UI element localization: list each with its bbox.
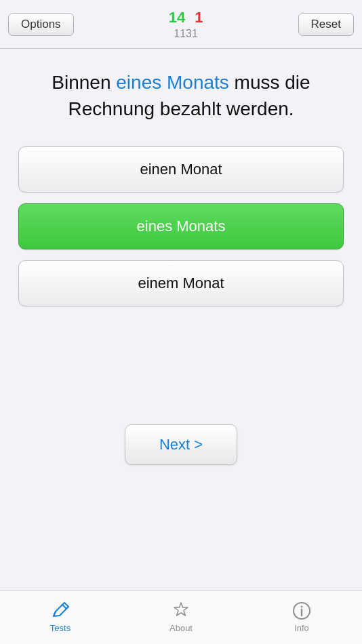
tab-tests-label: Tests	[50, 623, 71, 633]
counts: 14 1	[169, 9, 203, 26]
question-text-before: Binnen	[52, 72, 116, 93]
tab-about[interactable]: About	[121, 590, 241, 644]
next-button[interactable]: Next >	[125, 424, 237, 465]
question-text: Binnen eines Monats muss die Rechnung be…	[14, 69, 348, 122]
info-icon	[292, 601, 311, 620]
header: Options 14 1 1131 Reset	[0, 0, 362, 49]
options-button[interactable]: Options	[8, 13, 74, 36]
correct-count: 14	[169, 9, 185, 26]
svg-point-2	[301, 606, 303, 608]
tab-info[interactable]: Info	[241, 590, 362, 644]
reset-button[interactable]: Reset	[298, 13, 354, 36]
next-area: Next >	[125, 306, 237, 583]
tabbar: Tests About Info	[0, 590, 362, 644]
tab-about-label: About	[169, 623, 193, 633]
question-text-highlight: eines Monats	[116, 72, 229, 93]
main-content: Binnen eines Monats muss die Rechnung be…	[0, 49, 362, 590]
answer-button-2[interactable]: eines Monats	[18, 203, 344, 249]
wrong-count: 1	[195, 9, 203, 26]
pencil-icon	[51, 601, 70, 620]
answer-button-3[interactable]: einem Monat	[18, 260, 344, 306]
store-icon	[172, 601, 190, 620]
total-count: 1131	[174, 28, 198, 40]
tab-info-label: Info	[294, 623, 309, 633]
tab-tests[interactable]: Tests	[0, 590, 121, 644]
score-display: 14 1 1131	[169, 9, 203, 40]
answers-list: einen Monat eines Monats einem Monat	[18, 146, 344, 306]
answer-button-1[interactable]: einen Monat	[18, 146, 344, 193]
